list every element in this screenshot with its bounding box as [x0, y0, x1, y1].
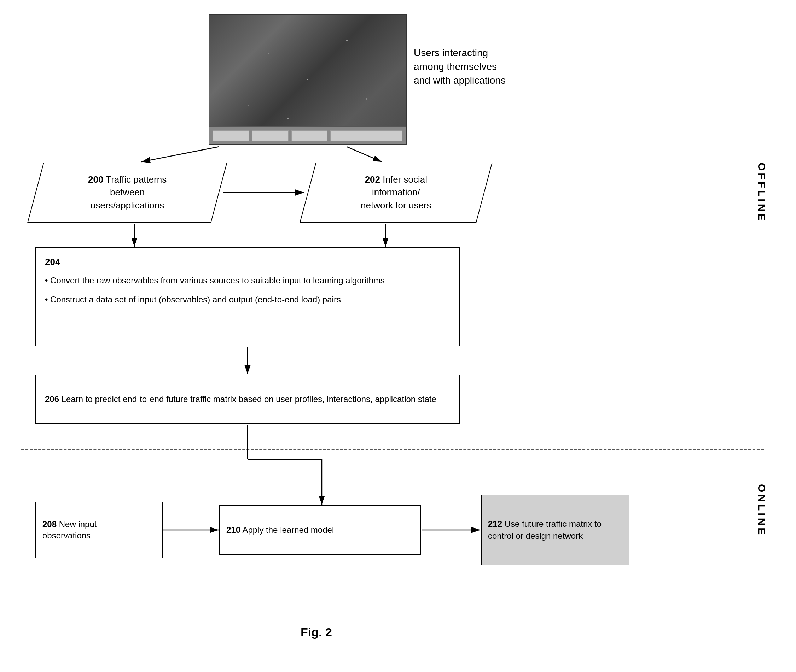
box-212-number: 212 [488, 519, 502, 528]
dashed-separator [21, 449, 764, 450]
box-210: 210 Apply the learned model [219, 505, 421, 555]
box-208-number: 208 [42, 519, 56, 529]
figure-label: Fig. 2 [300, 626, 332, 639]
box-204: 204 • Convert the raw observables from v… [35, 247, 460, 346]
users-label: Users interacting among themselves and w… [414, 46, 506, 88]
svg-line-2 [141, 147, 219, 162]
box-204-bullet1: • Convert the raw observables from vario… [45, 274, 450, 287]
box-208: 208 New inputobservations [35, 502, 163, 558]
svg-line-3 [347, 147, 382, 162]
network-image-bar [209, 126, 406, 144]
box-212-text: Use future traffic matrix to control or … [488, 519, 602, 541]
box-204-number: 204 [45, 255, 450, 269]
box-204-bullet2: • Construct a data set of input (observa… [45, 293, 450, 306]
box-206: 206 Learn to predict end-to-end future t… [35, 374, 460, 424]
box-200: 200 Traffic patternsbetweenusers/applica… [27, 163, 227, 222]
box-202: 202 Infer socialinformation/network for … [300, 163, 493, 222]
network-image [209, 14, 407, 145]
offline-label: OFFLINE [756, 163, 768, 222]
box-210-number: 210 [226, 525, 241, 534]
box-206-text: Learn to predict end-to-end future traff… [61, 394, 437, 404]
online-label: ONLINE [756, 484, 768, 537]
box-206-number: 206 [45, 394, 59, 404]
box-212: 212 Use future traffic matrix to control… [481, 494, 629, 565]
box-202-number: 202 [365, 174, 380, 185]
box-210-text: Apply the learned model [242, 525, 334, 534]
box-200-number: 200 [88, 174, 103, 185]
